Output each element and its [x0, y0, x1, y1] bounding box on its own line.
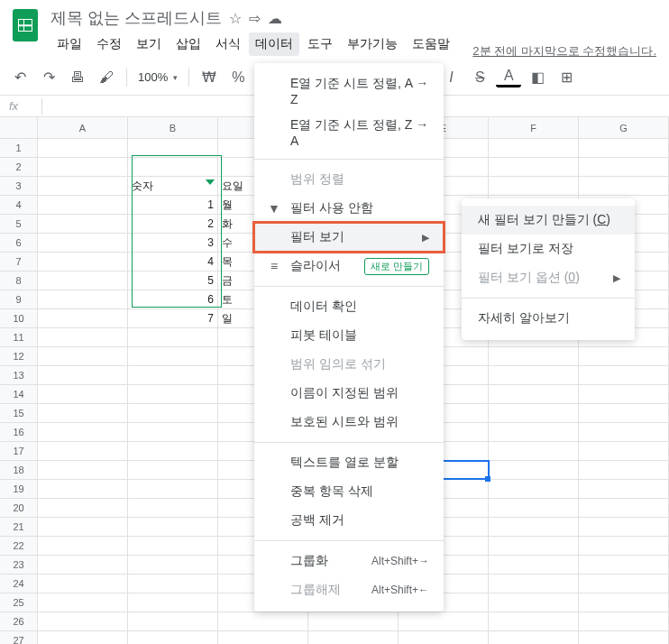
- row-header[interactable]: 20: [0, 499, 38, 517]
- menu-insert[interactable]: 삽입: [170, 32, 207, 56]
- cell-b5[interactable]: 2: [128, 215, 218, 233]
- row-header[interactable]: 13: [0, 366, 38, 384]
- cell-a14[interactable]: [38, 385, 128, 403]
- cell-b10[interactable]: 7: [128, 309, 218, 327]
- sheets-logo[interactable]: [7, 7, 43, 43]
- fill-color-button[interactable]: ◧: [525, 65, 550, 90]
- cell-b14[interactable]: [128, 385, 218, 403]
- cell-a4[interactable]: [38, 196, 128, 214]
- move-icon[interactable]: ⇨: [249, 10, 261, 27]
- cell-f24[interactable]: [489, 575, 579, 593]
- cell-f23[interactable]: [489, 556, 579, 574]
- cell-g14[interactable]: [579, 385, 669, 403]
- cell-f18[interactable]: [489, 461, 579, 479]
- menu-help[interactable]: 도움말: [406, 32, 456, 56]
- cell-f12[interactable]: [489, 347, 579, 365]
- row-header[interactable]: 15: [0, 404, 38, 422]
- row-header[interactable]: 6: [0, 234, 38, 252]
- row-header[interactable]: 11: [0, 328, 38, 346]
- cell-g19[interactable]: [579, 480, 669, 498]
- menu-sort-za[interactable]: E열 기준 시트 정렬, Z → A: [254, 112, 444, 153]
- cell-f3[interactable]: [489, 177, 579, 195]
- cell-a21[interactable]: [38, 518, 128, 536]
- cell-b22[interactable]: [128, 537, 218, 555]
- print-button[interactable]: 🖶: [65, 65, 90, 90]
- cell-d26[interactable]: [308, 612, 399, 630]
- row-header[interactable]: 7: [0, 253, 38, 271]
- row-header[interactable]: 14: [0, 385, 38, 403]
- menu-format[interactable]: 서식: [209, 32, 247, 56]
- menu-sort-az[interactable]: E열 기준 시트 정렬, A → Z: [254, 70, 444, 112]
- menu-split-text[interactable]: 텍스트를 열로 분할: [254, 448, 444, 477]
- cell-b20[interactable]: [128, 499, 218, 517]
- menu-filter-off[interactable]: ▼필터 사용 안함: [254, 194, 444, 223]
- cell-a22[interactable]: [38, 537, 128, 555]
- cell-b24[interactable]: [128, 575, 218, 593]
- cell-f17[interactable]: [489, 442, 579, 460]
- row-header[interactable]: 26: [0, 612, 38, 630]
- row-header[interactable]: 22: [0, 537, 38, 555]
- menu-view[interactable]: 보기: [130, 32, 168, 56]
- submenu-new-filter-view[interactable]: 새 필터 보기 만들기 (C): [462, 206, 635, 235]
- row-header[interactable]: 2: [0, 158, 38, 176]
- menu-filter-views[interactable]: 필터 보기▶: [254, 223, 444, 252]
- cell-c27[interactable]: [218, 631, 308, 644]
- cell-f26[interactable]: [489, 612, 579, 630]
- cell-g2[interactable]: [579, 158, 669, 176]
- cell-g3[interactable]: [579, 177, 669, 195]
- row-header[interactable]: 24: [0, 575, 38, 593]
- cell-a5[interactable]: [38, 215, 128, 233]
- text-color-button[interactable]: A: [496, 68, 521, 87]
- cell-f2[interactable]: [489, 158, 579, 176]
- row-header[interactable]: 5: [0, 215, 38, 233]
- cell-a9[interactable]: [38, 290, 128, 308]
- cell-f21[interactable]: [489, 518, 579, 536]
- cell-b6[interactable]: 3: [128, 234, 218, 252]
- paint-format-button[interactable]: 🖌: [94, 65, 119, 90]
- cell-b7[interactable]: 4: [128, 253, 218, 271]
- menu-addons[interactable]: 부가기능: [341, 32, 404, 56]
- cell-f1[interactable]: [489, 139, 579, 157]
- cell-e26[interactable]: [399, 612, 489, 630]
- row-header[interactable]: 3: [0, 177, 38, 195]
- cell-a27[interactable]: [38, 631, 128, 644]
- select-all-corner[interactable]: [0, 117, 38, 138]
- cell-a24[interactable]: [38, 575, 128, 593]
- cell-a3[interactable]: [38, 177, 128, 195]
- last-edit-link[interactable]: 2분 전에 마지막으로 수정했습니다.: [472, 43, 656, 60]
- menu-remove-duplicates[interactable]: 중복 항목 삭제: [254, 477, 444, 506]
- cell-g1[interactable]: [579, 139, 669, 157]
- cell-d27[interactable]: [308, 631, 399, 644]
- cell-f27[interactable]: [489, 631, 579, 644]
- cell-a20[interactable]: [38, 499, 128, 517]
- menu-group[interactable]: 그룹화Alt+Shift+→: [254, 547, 444, 575]
- cell-b25[interactable]: [128, 593, 218, 612]
- cell-g25[interactable]: [579, 593, 669, 612]
- cell-b1[interactable]: [128, 139, 218, 157]
- cell-g15[interactable]: [579, 404, 669, 422]
- cell-f16[interactable]: [489, 423, 579, 441]
- cell-b4[interactable]: 1: [128, 196, 218, 214]
- cell-a16[interactable]: [38, 423, 128, 441]
- cell-f22[interactable]: [489, 537, 579, 555]
- row-header[interactable]: 10: [0, 309, 38, 327]
- cell-a8[interactable]: [38, 271, 128, 290]
- row-header[interactable]: 16: [0, 423, 38, 441]
- cell-a12[interactable]: [38, 347, 128, 365]
- cell-b26[interactable]: [128, 612, 218, 630]
- star-icon[interactable]: ☆: [229, 10, 242, 27]
- zoom-select[interactable]: 100%: [134, 70, 181, 84]
- cell-b17[interactable]: [128, 442, 218, 460]
- menu-slicer[interactable]: ≡슬라이서새로 만들기: [254, 252, 444, 281]
- menu-edit[interactable]: 수정: [90, 32, 128, 56]
- cell-g27[interactable]: [579, 631, 669, 644]
- menu-file[interactable]: 파일: [50, 32, 88, 56]
- cell-b11[interactable]: [128, 328, 218, 346]
- cell-g20[interactable]: [579, 499, 669, 517]
- row-header[interactable]: 9: [0, 290, 38, 308]
- cell-b15[interactable]: [128, 404, 218, 422]
- cell-f13[interactable]: [489, 366, 579, 384]
- menu-named-ranges[interactable]: 이름이 지정된 범위: [254, 379, 444, 408]
- cell-a7[interactable]: [38, 253, 128, 271]
- menu-pivot-table[interactable]: 피봇 테이블: [254, 321, 444, 350]
